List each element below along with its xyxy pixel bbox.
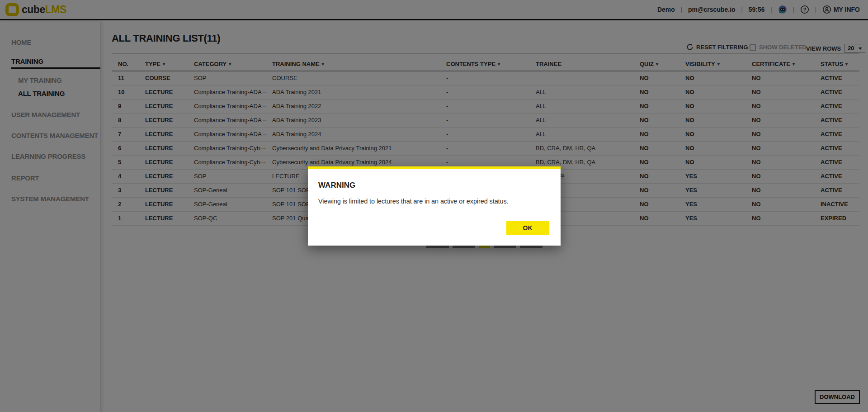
modal-title: WARNING [318, 181, 355, 190]
warning-modal: WARNING Viewing is limited to lectures t… [308, 166, 561, 246]
modal-ok-button[interactable]: OK [506, 221, 549, 235]
modal-message: Viewing is limited to lectures that are … [318, 198, 509, 205]
